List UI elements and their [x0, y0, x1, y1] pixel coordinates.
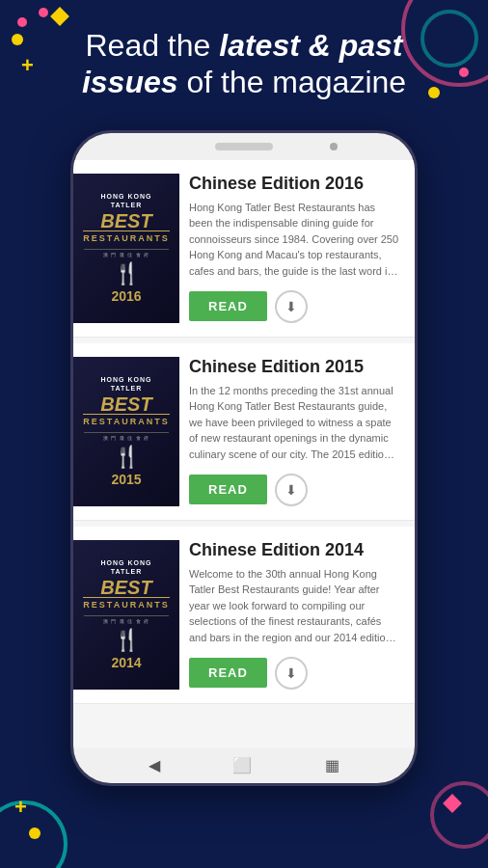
- cover-thumb-2014: HONG KONGTATLER BEST RESTAURANTS 澳 門 最 佳…: [73, 540, 179, 690]
- edition-desc-2015: In the 12 months preceding the 31st annu…: [189, 383, 399, 464]
- edition-content-2014: Chinese Edition 2014 Welcome to the 30th…: [189, 540, 405, 690]
- edition-content-2015: Chinese Edition 2015 In the 12 months pr…: [189, 357, 405, 506]
- phone-top-bar: [73, 133, 415, 160]
- edition-actions-2016: READ ⬇: [189, 290, 399, 323]
- read-button-2014[interactable]: READ: [189, 658, 267, 688]
- edition-card-2015: HONG KONGTATLER BEST RESTAURANTS 澳 門 最 佳…: [73, 343, 415, 521]
- nav-home-icon[interactable]: ⬜: [232, 756, 252, 774]
- edition-desc-2014: Welcome to the 30th annual Hong Kong Tat…: [189, 566, 399, 647]
- fork-icon-2016: 🍴: [114, 261, 140, 286]
- edition-card-2016: HONG KONGTATLER BEST RESTAURANTS 澳 門 最 佳…: [73, 160, 415, 338]
- cover-thumb-2016: HONG KONGTATLER BEST RESTAURANTS 澳 門 最 佳…: [73, 174, 179, 323]
- edition-title-2016: Chinese Edition 2016: [189, 174, 399, 194]
- download-icon-2016: ⬇: [285, 299, 297, 314]
- download-button-2016[interactable]: ⬇: [275, 290, 308, 323]
- phone-screen[interactable]: HONG KONGTATLER BEST RESTAURANTS 澳 門 最 佳…: [73, 160, 415, 748]
- edition-desc-2016: Hong Kong Tatler Best Restaurants has be…: [189, 200, 399, 281]
- edition-content-2016: Chinese Edition 2016 Hong Kong Tatler Be…: [189, 174, 405, 323]
- phone-body: HONG KONGTATLER BEST RESTAURANTS 澳 門 最 佳…: [70, 130, 418, 786]
- phone-mockup: HONG KONGTATLER BEST RESTAURANTS 澳 門 最 佳…: [0, 130, 488, 786]
- download-button-2015[interactable]: ⬇: [275, 474, 308, 506]
- fork-icon-2015: 🍴: [114, 445, 140, 470]
- header-highlight1: latest & past: [219, 28, 402, 63]
- phone-camera: [330, 143, 338, 150]
- nav-back-icon[interactable]: ◀: [149, 756, 160, 774]
- phone-speaker: [215, 143, 273, 150]
- read-button-2016[interactable]: READ: [189, 291, 267, 321]
- edition-card-2014: HONG KONGTATLER BEST RESTAURANTS 澳 門 最 佳…: [73, 527, 415, 704]
- download-icon-2015: ⬇: [285, 482, 297, 498]
- edition-actions-2014: READ ⬇: [189, 657, 399, 690]
- download-icon-2014: ⬇: [285, 665, 297, 681]
- phone-bottom-bar: ◀ ⬜ ▦: [73, 748, 415, 783]
- edition-title-2014: Chinese Edition 2014: [189, 540, 399, 560]
- nav-menu-icon[interactable]: ▦: [325, 756, 339, 774]
- header-highlight2: issues: [82, 65, 178, 99]
- download-button-2014[interactable]: ⬇: [275, 657, 308, 690]
- edition-actions-2015: READ ⬇: [189, 474, 399, 506]
- edition-title-2015: Chinese Edition 2015: [189, 357, 399, 377]
- read-button-2015[interactable]: READ: [189, 475, 267, 504]
- header-text: Read the latest & pastissues of the maga…: [29, 27, 459, 101]
- cover-thumb-2015: HONG KONGTATLER BEST RESTAURANTS 澳 門 最 佳…: [73, 357, 179, 506]
- header-section: Read the latest & pastissues of the maga…: [0, 0, 488, 121]
- fork-icon-2014: 🍴: [114, 628, 140, 653]
